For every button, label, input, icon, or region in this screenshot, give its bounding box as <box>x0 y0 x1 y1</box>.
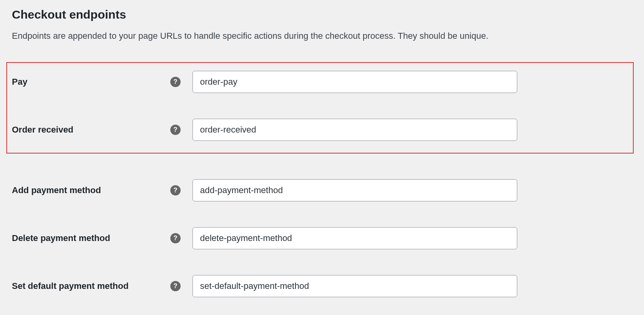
highlighted-fields-box: Pay ? Order received ? <box>6 62 634 154</box>
order-received-label: Order received <box>12 125 170 135</box>
fields-container: Pay ? Order received ? Add payment metho… <box>12 58 632 297</box>
field-row-delete-payment-method: Delete payment method ? <box>12 227 632 249</box>
set-default-payment-method-label: Set default payment method <box>12 281 170 291</box>
pay-input[interactable] <box>192 71 517 93</box>
add-payment-method-input[interactable] <box>192 179 517 201</box>
field-row-add-payment-method: Add payment method ? <box>12 179 632 201</box>
help-icon[interactable]: ? <box>170 125 181 135</box>
help-icon[interactable]: ? <box>170 281 181 291</box>
set-default-payment-method-input[interactable] <box>192 275 517 297</box>
delete-payment-method-input[interactable] <box>192 227 517 249</box>
help-icon[interactable]: ? <box>170 233 181 243</box>
section-description: Endpoints are appended to your page URLs… <box>12 29 632 42</box>
section-title: Checkout endpoints <box>12 8 632 21</box>
field-row-set-default-payment-method: Set default payment method ? <box>12 275 632 297</box>
help-icon[interactable]: ? <box>170 77 181 87</box>
field-row-order-received: Order received ? <box>12 119 628 141</box>
order-received-input[interactable] <box>192 119 517 141</box>
add-payment-method-label: Add payment method <box>12 185 170 195</box>
help-icon[interactable]: ? <box>170 185 181 195</box>
pay-label: Pay <box>12 77 170 87</box>
delete-payment-method-label: Delete payment method <box>12 233 170 243</box>
field-row-pay: Pay ? <box>12 71 628 93</box>
